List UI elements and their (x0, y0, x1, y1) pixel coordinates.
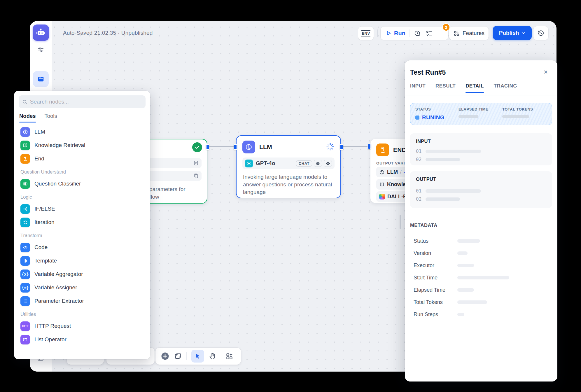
group-title-logic: Logic (20, 194, 147, 201)
tab-input[interactable]: INPUT (410, 83, 426, 93)
meta-label: Total Tokens (414, 299, 457, 305)
node-item-question-classifier[interactable]: Question Classifier (18, 177, 147, 190)
llm-node-description: Invoking large language models to answer… (243, 173, 335, 196)
skeleton-bar (459, 115, 478, 118)
document-icon (193, 160, 199, 166)
tab-nodes[interactable]: Nodes (19, 113, 36, 123)
settings-sliders-icon[interactable] (37, 46, 44, 53)
play-icon[interactable] (385, 30, 392, 36)
node-item-variable-assigner[interactable]: {=} Variable Assigner (18, 281, 147, 294)
node-item-http-request[interactable]: HTTP HTTP Request (18, 319, 147, 333)
publish-label: Publish (499, 30, 519, 36)
checklist-badge: 2 (442, 23, 450, 31)
node-item-code[interactable]: Code (18, 241, 147, 254)
group-title-utilities: Utilities (20, 312, 147, 318)
input-card: INPUT 01 02 (410, 133, 552, 165)
skeleton-bar (457, 239, 480, 243)
tab-detail[interactable]: DETAIL (466, 83, 484, 93)
status-value: RUNING (422, 114, 444, 121)
template-icon (20, 256, 30, 266)
input-title: INPUT (416, 139, 431, 144)
skeleton-bar (457, 300, 487, 304)
node-item-variable-aggregator[interactable]: {x} Variable Aggregator (18, 267, 147, 281)
flag-icon (20, 154, 30, 164)
skeleton-bar (426, 189, 481, 193)
input-handle[interactable] (368, 144, 371, 149)
meta-label: Elapsed Time (414, 287, 457, 293)
edge-start-llm (207, 146, 236, 147)
openai-icon (245, 160, 253, 167)
autosave-status: Auto-Saved 21:02:35 · Unpublished (63, 30, 153, 36)
features-apps-icon (453, 30, 460, 37)
llm-icon (379, 169, 385, 175)
line-number: 01 (416, 148, 421, 154)
knowledge-icon (379, 182, 385, 187)
tab-result[interactable]: RESULT (435, 83, 456, 93)
output-handle[interactable] (340, 144, 343, 150)
node-palette-button[interactable] (33, 71, 49, 87)
node-item-parameter-extractor[interactable]: Parameter Extractor (18, 294, 147, 308)
pointer-mode-button[interactable] (191, 350, 204, 363)
status-card: STATUS RUNING ELAPSED TIME TOTAL TOKENS (410, 103, 552, 125)
node-item-end[interactable]: End (18, 152, 147, 165)
skeleton-bar (457, 251, 468, 255)
output-handle[interactable] (206, 144, 209, 150)
running-dot-icon (415, 116, 419, 120)
features-button[interactable]: Features (449, 27, 489, 40)
node-item-llm[interactable]: LLM (18, 125, 147, 139)
start-node-description: parameters for flow (149, 186, 186, 201)
version-history-button[interactable] (533, 26, 548, 40)
grid-dots-icon (20, 296, 30, 306)
llm-node-title: LLM (259, 144, 272, 150)
run-history-clock-icon[interactable] (414, 30, 421, 37)
meta-label: Start Time (414, 275, 457, 281)
env-button[interactable]: ENV (358, 27, 374, 40)
skeleton-bar (457, 288, 474, 292)
publish-button[interactable]: Publish (493, 26, 532, 40)
checklist-icon[interactable] (426, 30, 433, 37)
skeleton-bar (426, 158, 460, 161)
node-item-template[interactable]: Template (18, 254, 147, 267)
app-robot-icon[interactable] (33, 24, 49, 41)
hand-mode-button[interactable] (209, 352, 216, 360)
success-check-icon (192, 142, 202, 152)
node-item-if-else[interactable]: IF/ELSE (18, 202, 147, 216)
env-icon: ENV (361, 30, 371, 36)
skeleton-bar (457, 276, 509, 279)
add-note-button[interactable] (174, 352, 182, 360)
model-selector[interactable]: GPT-4o CHAT (242, 158, 335, 169)
group-title-transform: Transform (20, 233, 147, 239)
node-item-knowledge-retrieval[interactable]: Knowledge Retrieval (18, 139, 147, 152)
meta-label: Version (414, 250, 457, 256)
dall-e-icon (379, 194, 385, 200)
panel-resize-handle[interactable] (400, 215, 401, 229)
http-icon: HTTP (20, 321, 30, 331)
node-item-iteration[interactable]: Iteration (18, 216, 147, 229)
close-icon[interactable]: × (542, 68, 550, 76)
search-icon (22, 99, 27, 105)
node-item-list-operator[interactable]: List Operator (18, 333, 147, 346)
tab-tracing[interactable]: TRACING (494, 83, 517, 93)
skeleton-bar (426, 150, 481, 153)
loading-spinner-icon (326, 142, 335, 151)
screen: parameters for flow LLM (0, 0, 581, 392)
palette-tabs: Nodes Tools (19, 113, 57, 123)
meta-label: Status (414, 238, 457, 244)
toolbar-divider (186, 352, 187, 360)
organize-nodes-button[interactable] (225, 352, 233, 360)
input-handle[interactable] (234, 144, 237, 150)
run-button-group: Run 2 (381, 27, 448, 40)
run-button[interactable]: Run (394, 30, 405, 37)
llm-node[interactable]: LLM GPT-4o CHAT (236, 135, 341, 198)
tabs-divider (14, 123, 150, 123)
total-tokens-label: TOTAL TOKENS (502, 107, 533, 111)
vision-eye-icon[interactable] (324, 160, 332, 167)
search-input[interactable] (30, 99, 142, 105)
agent-icon[interactable] (314, 160, 322, 167)
branch-icon (20, 204, 30, 214)
tab-tools[interactable]: Tools (45, 113, 57, 123)
braces-x-icon: {x} (20, 270, 30, 279)
group-title-question-understand: Question Understand (20, 169, 147, 176)
add-node-button[interactable] (161, 352, 169, 360)
skeleton-bar (457, 313, 464, 316)
